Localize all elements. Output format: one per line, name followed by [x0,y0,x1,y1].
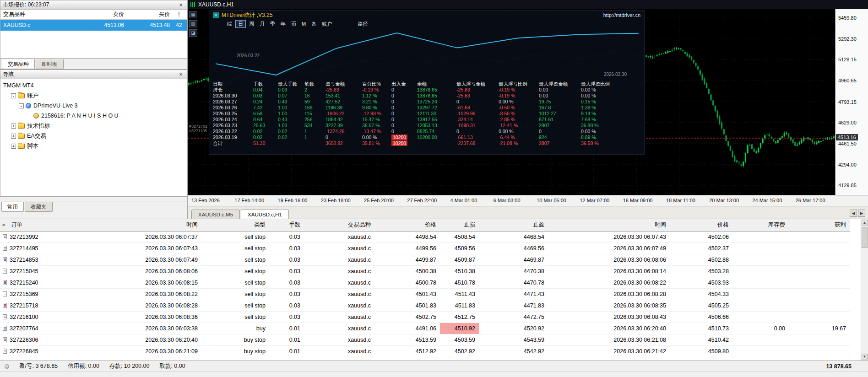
price-scale[interactable]: 5459.805292.305128.154960.654793.154629.… [835,9,868,195]
orders-column-header[interactable]: 时间 [60,219,201,231]
order-row[interactable]: 3272150452026.03.30 06:08:06sell stop0.0… [0,265,850,277]
mtdriver-menu-item-季[interactable]: 季 [268,21,277,27]
market-watch-column-header[interactable]: ! [173,11,185,18]
stats-cell: -1090.31 [456,123,499,129]
order-row[interactable]: 3272139922026.03.30 06:07:37sell stop0.0… [0,231,850,242]
market-watch-tab-1[interactable]: 即时图 [36,59,64,69]
orders-column-header[interactable]: 价格 [670,219,732,231]
scroll-down-icon[interactable]: ▼ [862,354,868,360]
orders-column-header[interactable]: 时间 [548,219,670,231]
mtdriver-menu-icon[interactable]: ≡ [213,12,219,18]
order-row[interactable]: 3272144952026.03.30 06:07:43sell stop0.0… [0,242,850,254]
chart-tab-0[interactable]: XAUUSD.c,M5 [191,210,240,219]
order-row[interactable]: 3272263062026.03.30 06:20:40buy stop0.01… [0,334,850,345]
navigator-bottom-tabs: 常用收藏夹 [0,201,187,212]
stats-cell [304,140,326,146]
tree-item-3[interactable]: 2158616: P A N H U I S H O U [0,111,187,121]
market-watch-close-icon[interactable]: × [177,1,184,8]
stats-row: 2026.03.190.020.02100.00 %1020010200.00-… [213,135,640,140]
order-cell: 2026.03.30 06:21:08 [548,334,670,345]
market-watch-column-header[interactable]: 买价 [127,11,173,18]
orders-column-header[interactable]: 交易品种 [304,219,374,231]
bottom-strip [0,372,868,377]
orders-column-header[interactable]: 价格 [374,219,440,231]
order-cell: 2026.03.30 06:07:49 [548,242,670,254]
mtdriver-menu-item-备[interactable]: 备 [309,21,319,27]
tab-scroll-left-icon[interactable]: ◀ [850,210,857,217]
stats-cell: 3227.39 [326,123,362,129]
orders-column-header[interactable]: 库存费 [732,219,789,231]
time-axis[interactable]: 13 Feb 202617 Feb 14:0019 Feb 16:0023 Fe… [188,195,868,206]
expand-icon[interactable]: + [11,134,16,139]
collapse-icon[interactable]: - [11,93,16,98]
mtdriver-menu-item-周[interactable]: 周 [247,21,256,27]
order-doc-icon [3,314,7,319]
order-cell: 4502.92 [440,345,479,357]
stats-cell: 0.00 % [362,135,391,140]
status-segment-1: 信用额: 0.00 [68,362,99,370]
order-cell: xauusd.c [304,277,374,288]
tab-scroll-right-icon[interactable]: ▶ [858,210,865,217]
time-label: 25 Feb 20:00 [364,198,394,203]
order-row[interactable]: 3272152402026.03.30 06:08:15sell stop0.0… [0,277,850,288]
tree-item-2[interactable]: -DPrimeVU-Live 3 [0,101,187,111]
order-cell: 2026.03.30 06:08:15 [60,277,201,288]
stats-cell: 0.00 % [581,93,621,99]
mtdriver-menu-item-币[interactable]: 币 [289,21,298,27]
stats-cell: 0.03 [278,87,304,93]
orders-column-header[interactable]: 止损 [440,219,479,231]
order-cell: 4499.56 [374,242,440,254]
chart-toolbar-button-2[interactable]: ▥ [189,20,197,27]
navigator-tab-1[interactable]: 收藏夹 [25,202,53,212]
tree-item-1[interactable]: -账户 [0,91,187,101]
tree-item-4[interactable]: +技术指标 [0,121,187,131]
mtdriver-menu-item-年[interactable]: 年 [278,21,288,27]
order-row[interactable]: 3272268452026.03.30 06:21:09buy stop0.01… [0,345,850,357]
stats-header-cell: 手数 [253,81,278,87]
chart-toolbar-button-3[interactable]: ◪ [189,29,197,37]
order-row[interactable]: 3272148532026.03.30 06:07:49sell stop0.0… [0,254,850,265]
navigator-tab-0[interactable]: 常用 [1,202,24,212]
orders-column-header[interactable]: 获利 [789,219,850,231]
order-row[interactable]: 3272157182026.03.30 06:08:28sell stop0.0… [0,300,850,311]
chart-tab-1[interactable]: XAUUSD.c,H1 [241,210,289,219]
tree-item-6[interactable]: +脚本 [0,141,187,151]
mtdriver-url-link[interactable]: http://mtdriver.cn [603,12,640,18]
order-cell: 2026.03.30 06:08:06 [60,265,201,277]
order-row[interactable]: 3272161002026.03.30 06:08:36sell stop0.0… [0,311,850,323]
navigator-close-icon[interactable]: × [177,71,184,78]
mtdriver-menu-item-M[interactable]: M [299,21,308,27]
expand-icon[interactable]: + [11,144,16,149]
stats-cell: 168 [304,105,326,111]
order-cell: xauusd.c [304,265,374,277]
market-watch-column-header[interactable]: 卖价 [69,11,127,18]
orders-column-header[interactable]: 类型 [201,219,269,231]
terminal-scrollbar[interactable]: ▲ ▼ [861,219,868,361]
terminal-close-icon[interactable]: × [2,221,5,228]
market-watch-tab-0[interactable]: 交易品种 [2,59,35,69]
stats-cell: 2807 [539,123,581,129]
chart-plot-area[interactable]: #3272702#3271105 ≡ MTDriver统计 ,V3.25 htt… [188,9,835,195]
orders-column-header[interactable]: 止盈 [479,219,548,231]
mtdriver-menu-item-月[interactable]: 月 [257,21,267,27]
orders-column-header[interactable]: 手数 [269,219,304,231]
mtdriver-menu-item-账户[interactable]: 账户 [320,21,334,27]
scrollbar-thumb[interactable] [862,227,868,248]
expand-icon[interactable]: + [11,124,16,129]
order-row[interactable]: 3272077642026.03.30 06:03:38buy0.01xauus… [0,323,850,334]
market-watch-column-header[interactable]: 交易品种 [0,11,69,18]
stats-cell: 3.21 % [362,99,391,105]
order-row[interactable]: 3272153692026.03.30 06:08:22sell stop0.0… [0,288,850,300]
tree-item-0[interactable]: TMGM MT4 [0,81,187,91]
orders-column-header[interactable]: 订单 [0,219,60,231]
mtdriver-menu-item-日[interactable]: 日 [235,20,246,28]
mtdriver-menu-item-综[interactable]: 综 [225,21,234,27]
orders-table: 订单时间类型手数交易品种价格止损止盈时间价格库存费获利3272139922026… [0,219,850,357]
chart-toolbar-button-1[interactable]: ▦ [189,11,197,18]
mtdriver-menu-item-path[interactable]: 路径 [355,21,370,27]
order-cell: xauusd.c [304,345,374,357]
tree-item-5[interactable]: +EA交易 [0,131,187,141]
market-watch-row[interactable]: XAUUSD.c4513.064513.4842 [0,20,187,31]
scroll-up-icon[interactable]: ▲ [862,220,868,226]
collapse-icon[interactable]: - [19,103,24,108]
